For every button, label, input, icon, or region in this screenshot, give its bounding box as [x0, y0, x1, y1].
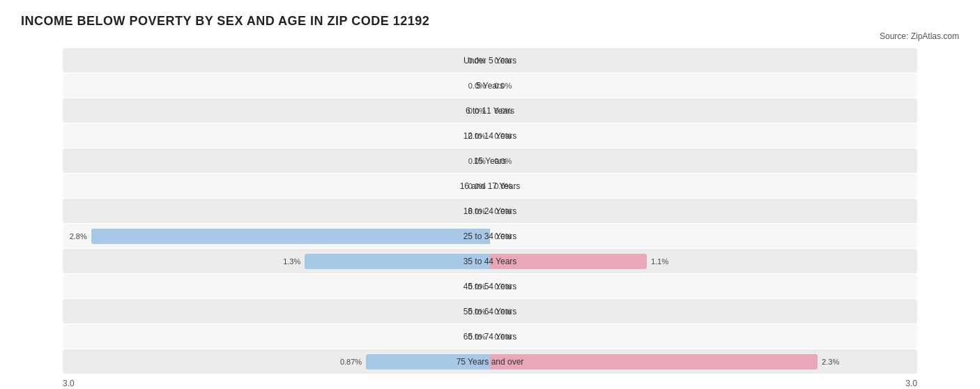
bar-container: 1.3% 35 to 44 Years 1.1%	[63, 249, 917, 273]
chart-row: 0.0% 45 to 54 Years 0.0%	[63, 274, 917, 298]
female-value: 0.0%	[490, 56, 512, 65]
bar-container: 0.0% 65 to 74 Years 0.0%	[63, 324, 917, 349]
chart-title: INCOME BELOW POVERTY BY SEX AND AGE IN Z…	[21, 14, 959, 29]
female-value: 0.0%	[490, 107, 512, 115]
bar-container: 0.0% Under 5 Years 0.0%	[63, 48, 917, 73]
axis-bottom: 3.0 3.0	[63, 374, 917, 389]
chart-row: 0.87% 75 Years and over 2.3%	[63, 349, 917, 374]
chart-row: 0.0% 12 to 14 Years 0.0%	[63, 123, 917, 148]
male-value: 0.0%	[468, 207, 490, 215]
female-value: 0.0%	[490, 82, 512, 90]
chart-row: 0.0% 16 and 17 Years 0.0%	[63, 174, 917, 198]
axis-right-label: 3.0	[905, 379, 917, 388]
male-value: 0.87%	[340, 358, 490, 366]
bar-container: 0.0% 6 to 11 Years 0.0%	[63, 98, 917, 123]
male-value: 0.0%	[468, 56, 490, 65]
chart-row: 0.0% 15 Years 0.0%	[63, 148, 917, 173]
chart-row: 0.0% 6 to 11 Years 0.0%	[63, 98, 917, 123]
male-value: 0.0%	[468, 307, 490, 316]
male-value: 0.0%	[468, 333, 490, 341]
bar-container: 2.8% 25 to 34 Years 0.0%	[63, 224, 917, 248]
male-value: 0.0%	[468, 82, 490, 90]
bar-container: 0.0% 12 to 14 Years 0.0%	[63, 123, 917, 148]
female-value: 0.0%	[490, 182, 512, 190]
bar-container: 0.0% 5 Years 0.0%	[63, 73, 917, 98]
axis-left-label: 3.0	[63, 379, 75, 388]
female-value: 0.0%	[490, 232, 512, 241]
female-value: 0.0%	[490, 132, 512, 140]
female-value: 0.0%	[490, 157, 512, 165]
chart-area: 0.0% Under 5 Years 0.0% 0.0% 5 Years 0.0…	[21, 48, 959, 389]
female-value: 0.0%	[490, 282, 512, 291]
male-value: 2.8%	[70, 232, 490, 241]
chart-row: 0.0% 18 to 24 Years 0.0%	[63, 199, 917, 223]
chart-row: 0.0% 55 to 64 Years 0.0%	[63, 299, 917, 323]
male-value: 0.0%	[468, 182, 490, 190]
male-value: 0.0%	[468, 132, 490, 140]
male-value: 0.0%	[468, 107, 490, 115]
male-value: 1.3%	[283, 257, 490, 266]
chart-row: 0.0% Under 5 Years 0.0%	[63, 48, 917, 73]
chart-row: 0.0% 5 Years 0.0%	[63, 73, 917, 98]
bar-container: 0.0% 45 to 54 Years 0.0%	[63, 274, 917, 298]
bar-container: 0.0% 15 Years 0.0%	[63, 148, 917, 173]
chart-row: 2.8% 25 to 34 Years 0.0%	[63, 224, 917, 248]
source-label: Source: ZipAtlas.com	[21, 31, 959, 41]
bar-container: 0.0% 18 to 24 Years 0.0%	[63, 199, 917, 223]
female-value: 0.0%	[490, 333, 512, 341]
female-value: 2.3%	[490, 358, 839, 366]
chart-row: 1.3% 35 to 44 Years 1.1%	[63, 249, 917, 273]
female-value: 0.0%	[490, 307, 512, 316]
male-value: 0.0%	[468, 282, 490, 291]
female-value: 1.1%	[490, 257, 668, 266]
bar-container: 0.87% 75 Years and over 2.3%	[63, 349, 917, 374]
chart-row: 0.0% 65 to 74 Years 0.0%	[63, 324, 917, 349]
male-value: 0.0%	[468, 157, 490, 165]
bar-container: 0.0% 16 and 17 Years 0.0%	[63, 174, 917, 198]
bar-container: 0.0% 55 to 64 Years 0.0%	[63, 299, 917, 323]
female-value: 0.0%	[490, 207, 512, 215]
